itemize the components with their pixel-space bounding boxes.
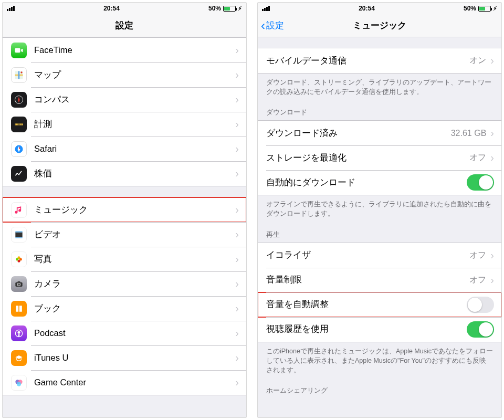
safari-icon <box>11 141 27 157</box>
settings-row-podcast[interactable]: Podcast › <box>3 321 246 345</box>
chevron-left-icon: ‹ <box>261 18 265 33</box>
back-label: 設定 <box>266 19 284 32</box>
settings-list[interactable]: FaceTime › マップ › コンパス › 計測 › <box>3 37 246 417</box>
section-footer: ダウンロード、ストリーミング、ライブラリのアップデート、アートワークの読み込みに… <box>258 74 501 100</box>
camera-icon <box>11 276 27 292</box>
toggle-listening-history[interactable] <box>467 321 494 338</box>
row-label: ビデオ <box>34 229 235 240</box>
music-settings-list[interactable]: モバイルデータ通信 オン › ダウンロード、ストリーミング、ライブラリのアップデ… <box>258 37 501 417</box>
section-footer: このiPhoneで再生されたミュージックは、Apple Musicであなたをフォ… <box>258 342 501 378</box>
chevron-right-icon: › <box>235 376 239 388</box>
row-label: Game Center <box>34 377 235 387</box>
row-value: オフ <box>469 250 486 261</box>
row-value: オン <box>469 55 486 66</box>
row-label: 自動的にダウンロード <box>266 177 467 188</box>
maps-icon <box>11 67 27 83</box>
row-label: FaceTime <box>34 45 235 55</box>
settings-row-compass[interactable]: コンパス › <box>3 87 246 112</box>
svg-rect-0 <box>15 48 20 52</box>
toggle-auto-download[interactable] <box>467 174 494 191</box>
music-settings-screen: 20:54 50% ⚡︎ ‹ 設定 ミュージック モバイルデータ通信 オン › … <box>257 2 502 418</box>
row-label: 視聴履歴を使用 <box>266 323 467 335</box>
row-optimize-storage[interactable]: ストレージを最適化 オフ › <box>258 145 501 170</box>
row-label: ブック <box>34 303 235 314</box>
svg-rect-5 <box>15 232 22 237</box>
section-header: ホームシェアリング <box>258 383 501 398</box>
stocks-icon <box>11 166 27 182</box>
row-label: ストレージを最適化 <box>266 152 469 164</box>
chevron-right-icon: › <box>235 278 239 290</box>
chevron-right-icon: › <box>235 352 239 364</box>
chevron-right-icon: › <box>235 253 239 265</box>
settings-row-measure[interactable]: 計測 › <box>3 112 246 136</box>
charging-icon: ⚡︎ <box>238 5 242 12</box>
row-value: オフ <box>469 275 486 286</box>
row-label: Podcast <box>34 328 235 338</box>
section-header: 再生 <box>258 227 501 243</box>
settings-row-photos[interactable]: 写真 › <box>3 247 246 271</box>
row-downloaded[interactable]: ダウンロード済み 32.61 GB › <box>258 121 501 145</box>
row-value: 32.61 GB <box>451 129 487 138</box>
settings-root-screen: 20:54 50% ⚡︎ 設定 FaceTime › マップ › <box>2 2 247 418</box>
row-label: コンパス <box>34 94 235 106</box>
settings-row-gamecenter[interactable]: Game Center › <box>3 370 246 395</box>
chevron-right-icon: › <box>235 44 239 56</box>
settings-row-books[interactable]: ブック › <box>3 296 246 321</box>
status-bar: 20:54 50% ⚡︎ <box>258 3 501 14</box>
settings-row-video[interactable]: ビデオ › <box>3 222 246 247</box>
settings-row-maps[interactable]: マップ › <box>3 62 246 87</box>
chevron-right-icon: › <box>490 249 494 261</box>
section-header: ダウンロード <box>258 105 501 120</box>
settings-row-camera[interactable]: カメラ › <box>3 271 246 296</box>
section-footer: オフラインで再生できるように、ライブラリに追加されたら自動的に曲をダウンロードし… <box>258 195 501 222</box>
settings-row-safari[interactable]: Safari › <box>3 136 246 161</box>
status-time: 20:54 <box>359 5 375 12</box>
row-cellular-data[interactable]: モバイルデータ通信 オン › <box>258 48 501 73</box>
chevron-right-icon: › <box>235 167 239 180</box>
toggle-sound-check[interactable] <box>467 297 494 313</box>
row-label: カメラ <box>34 278 235 290</box>
row-label: モバイルデータ通信 <box>266 55 469 67</box>
nav-bar: 設定 <box>3 14 246 37</box>
row-eq[interactable]: イコライザ オフ › <box>258 243 501 268</box>
chevron-right-icon: › <box>490 55 494 67</box>
svg-rect-7 <box>15 237 22 238</box>
settings-row-itunesu[interactable]: iTunes U › <box>3 345 246 370</box>
settings-row-facetime[interactable]: FaceTime › <box>3 38 246 62</box>
svg-rect-14 <box>18 281 20 283</box>
chevron-right-icon: › <box>490 152 494 164</box>
chevron-right-icon: › <box>235 143 239 155</box>
settings-row-music[interactable]: ミュージック › <box>3 197 246 222</box>
music-icon <box>11 202 27 218</box>
chevron-right-icon: › <box>235 327 239 339</box>
podcast-icon <box>11 326 27 341</box>
gamecenter-icon <box>11 375 27 391</box>
row-label: ミュージック <box>34 204 235 216</box>
svg-point-19 <box>17 382 21 386</box>
row-label: Safari <box>34 144 235 154</box>
settings-row-stocks[interactable]: 株価 › <box>3 161 246 186</box>
row-sound-check[interactable]: 音量を自動調整 <box>258 292 501 317</box>
chevron-right-icon: › <box>235 302 239 314</box>
chevron-right-icon: › <box>235 228 239 240</box>
battery-pct: 50% <box>208 5 221 12</box>
chevron-right-icon: › <box>235 118 239 130</box>
row-label: iTunes U <box>34 353 235 363</box>
page-title: ミュージック <box>353 19 406 32</box>
signal-icon <box>7 6 15 11</box>
row-label: マップ <box>34 69 235 81</box>
row-volume-limit[interactable]: 音量制限 オフ › <box>258 268 501 292</box>
itunesu-icon <box>11 350 27 366</box>
svg-point-15 <box>18 331 20 333</box>
battery-pct: 50% <box>464 5 476 12</box>
row-label: 株価 <box>34 168 235 180</box>
facetime-icon <box>11 43 27 58</box>
back-button[interactable]: ‹ 設定 <box>261 14 284 37</box>
row-listening-history[interactable]: 視聴履歴を使用 <box>258 317 501 342</box>
row-auto-download[interactable]: 自動的にダウンロード <box>258 170 501 195</box>
row-label: 音量制限 <box>266 274 469 286</box>
row-label: 写真 <box>34 254 235 265</box>
status-bar: 20:54 50% ⚡︎ <box>3 3 246 14</box>
chevron-right-icon: › <box>235 93 239 106</box>
chevron-right-icon: › <box>235 204 239 216</box>
